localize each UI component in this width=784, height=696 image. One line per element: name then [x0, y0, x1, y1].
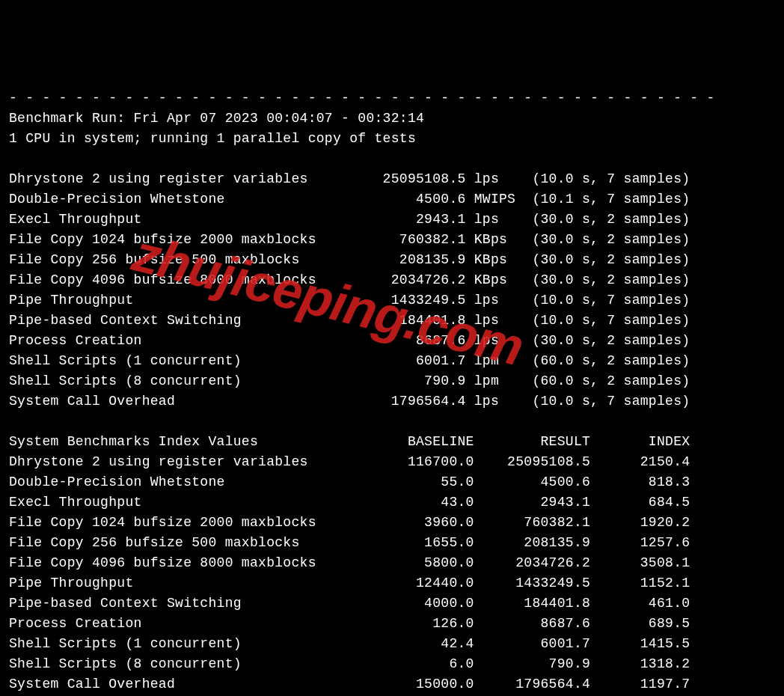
terminal-output: - - - - - - - - - - - - - - - - - - - - …: [9, 88, 775, 696]
cpu-info-line: 1 CPU in system; running 1 parallel copy…: [9, 131, 416, 146]
benchmark-run-line: Benchmark Run: Fri Apr 07 2023 00:04:07 …: [9, 111, 424, 126]
index-values-block: System Benchmarks Index Values BASELINE …: [9, 434, 690, 692]
divider-line: - - - - - - - - - - - - - - - - - - - - …: [9, 91, 715, 106]
test-results-block: Dhrystone 2 using register variables 250…: [9, 171, 690, 409]
